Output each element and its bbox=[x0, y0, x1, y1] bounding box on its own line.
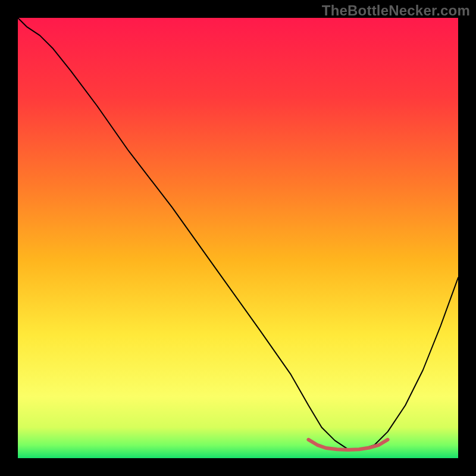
chart-svg bbox=[18, 18, 458, 458]
gradient-background bbox=[18, 18, 458, 458]
chart-container: TheBottleNecker.com bbox=[0, 0, 476, 476]
plot-area bbox=[18, 18, 458, 458]
watermark-label: TheBottleNecker.com bbox=[322, 2, 470, 19]
